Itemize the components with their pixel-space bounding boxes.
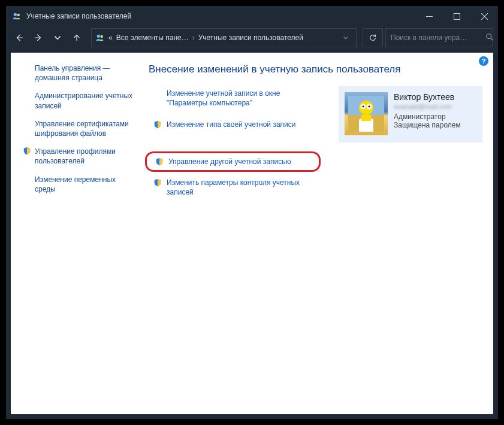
refresh-button[interactable] bbox=[363, 28, 383, 47]
shield-icon bbox=[155, 157, 164, 166]
sidebar-item-label: Панель управления — домашняя страница bbox=[35, 63, 133, 83]
shield-icon bbox=[153, 178, 162, 187]
window-title: Учетные записи пользователей bbox=[26, 12, 131, 20]
action-list: Изменение учетной записи в окне "Парамет… bbox=[149, 86, 321, 207]
up-button[interactable] bbox=[68, 29, 85, 46]
breadcrumb-item[interactable]: Учетные записи пользователей bbox=[198, 34, 303, 42]
chevron-right-icon: › bbox=[192, 34, 195, 42]
svg-point-1 bbox=[17, 14, 20, 17]
search-icon bbox=[485, 33, 494, 43]
breadcrumb-prefix: « bbox=[108, 34, 113, 42]
page-title: Внесение изменений в учетную запись поль… bbox=[149, 63, 482, 75]
sidebar-item-label: Управление сертификатами шифрования файл… bbox=[35, 119, 133, 138]
back-button[interactable] bbox=[11, 29, 28, 46]
breadcrumb-item[interactable]: Все элементы пане… bbox=[116, 34, 189, 42]
sidebar-item-home[interactable]: Панель управления — домашняя страница bbox=[23, 63, 133, 83]
user-name: Виктор Бухтеев bbox=[394, 92, 475, 102]
svg-point-6 bbox=[487, 34, 491, 38]
sidebar-item-label: Изменение переменных среды bbox=[35, 175, 133, 194]
svg-point-13 bbox=[369, 106, 370, 108]
minimize-button[interactable] bbox=[415, 6, 443, 26]
svg-point-4 bbox=[97, 35, 100, 38]
sidebar-item-certificates[interactable]: Управление сертификатами шифрования файл… bbox=[23, 119, 133, 138]
svg-rect-2 bbox=[426, 16, 433, 17]
svg-point-5 bbox=[100, 35, 103, 38]
action-change-uac[interactable]: Изменить параметры контроля учетных запи… bbox=[149, 175, 321, 199]
user-card: Виктор Бухтеев example@mail.com Админист… bbox=[339, 86, 482, 142]
sidebar-item-env-vars[interactable]: Изменение переменных среды bbox=[23, 175, 133, 194]
user-role: Администратор bbox=[394, 113, 475, 121]
maximize-button[interactable] bbox=[443, 6, 470, 26]
svg-rect-14 bbox=[361, 115, 371, 121]
action-change-type[interactable]: Изменение типа своей учетной записи bbox=[149, 117, 321, 132]
users-icon bbox=[12, 11, 22, 21]
forward-button[interactable] bbox=[30, 29, 47, 46]
breadcrumb[interactable]: « Все элементы пане… › Учетные записи по… bbox=[91, 28, 357, 47]
avatar bbox=[345, 92, 388, 135]
breadcrumb-icon bbox=[95, 33, 105, 42]
content-area: ? Панель управления — домашняя страница … bbox=[11, 53, 493, 414]
svg-point-12 bbox=[363, 106, 364, 108]
user-email: example@mail.com bbox=[394, 103, 475, 110]
action-label: Управление другой учетной записью bbox=[168, 157, 291, 166]
action-manage-other-account[interactable]: Управление другой учетной записью bbox=[145, 151, 321, 172]
action-label: Изменение типа своей учетной записи bbox=[167, 120, 295, 129]
shield-icon bbox=[23, 147, 31, 155]
titlebar: Учетные записи пользователей bbox=[6, 6, 498, 26]
shield-icon bbox=[153, 120, 162, 129]
recent-dropdown[interactable] bbox=[49, 29, 66, 46]
action-label: Изменить параметры контроля учетных запи… bbox=[167, 178, 316, 197]
sidebar-item-profiles[interactable]: Управление профилями пользователей bbox=[23, 147, 133, 166]
sidebar-item-label: Администрирование учетных записей bbox=[35, 91, 133, 110]
svg-point-0 bbox=[14, 13, 17, 16]
sidebar: Панель управления — домашняя страница Ад… bbox=[17, 63, 137, 403]
main-panel: Внесение изменений в учетную запись поль… bbox=[137, 63, 482, 403]
sidebar-item-label: Управление профилями пользователей bbox=[35, 147, 133, 166]
user-protected: Защищена паролем bbox=[394, 121, 475, 129]
action-label: Изменение учетной записи в окне "Парамет… bbox=[167, 89, 316, 108]
window: Учетные записи пользователей bbox=[6, 6, 498, 419]
navbar: « Все элементы пане… › Учетные записи по… bbox=[6, 26, 498, 53]
sidebar-item-admin-accounts[interactable]: Администрирование учетных записей bbox=[23, 91, 133, 110]
svg-rect-3 bbox=[454, 13, 460, 19]
breadcrumb-dropdown[interactable] bbox=[339, 35, 352, 41]
search-input[interactable] bbox=[391, 34, 481, 42]
action-change-in-settings[interactable]: Изменение учетной записи в окне "Парамет… bbox=[149, 86, 321, 110]
close-button[interactable] bbox=[470, 6, 498, 26]
search-box[interactable] bbox=[385, 28, 493, 47]
